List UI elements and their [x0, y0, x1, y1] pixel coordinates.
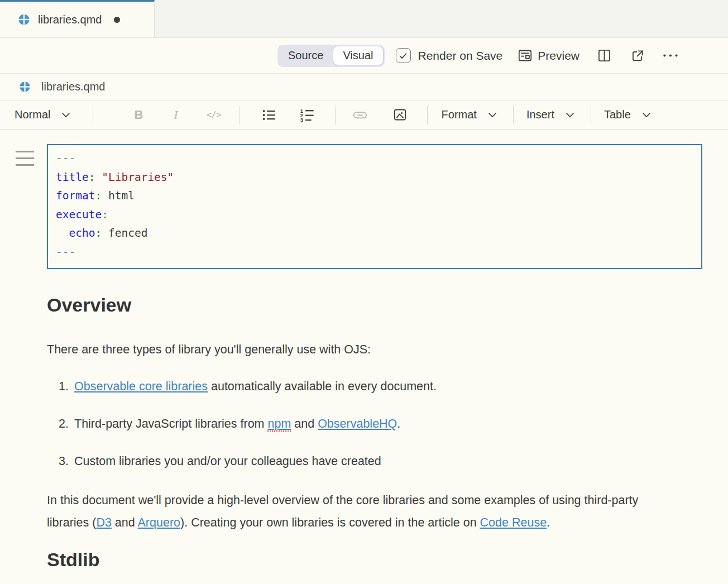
link-button[interactable] [345, 107, 375, 123]
chevron-down-icon [642, 112, 651, 118]
breadcrumb: libraries.qmd [0, 74, 728, 100]
toolbar-separator [335, 106, 336, 125]
list-item: 3.Custom libraries you and/or your colle… [59, 450, 702, 472]
list-marker: 1. [59, 375, 74, 398]
insert-menu[interactable]: Insert [524, 108, 577, 121]
visual-mode-button[interactable]: Visual [333, 46, 383, 65]
ellipsis-icon [663, 54, 678, 58]
yaml-code-line: --- [56, 243, 693, 262]
open-external-button[interactable] [630, 49, 645, 63]
format-menu-label: Format [442, 108, 477, 121]
body-link[interactable]: D3 [96, 516, 111, 529]
preview-icon [518, 48, 533, 63]
open-external-icon [630, 49, 645, 63]
yaml-code-line: title: "Libraries" [56, 168, 693, 187]
italic-button[interactable]: I [166, 108, 185, 122]
body-link[interactable]: Code Reuse [480, 516, 547, 529]
quarto-icon [18, 13, 30, 26]
body-link[interactable]: Arquero [138, 516, 181, 529]
block-drag-handle-icon[interactable] [16, 151, 34, 171]
yaml-code-line: --- [56, 149, 693, 168]
chevron-down-icon [488, 112, 497, 118]
render-on-save-label: Render on Save [418, 49, 503, 63]
list-marker: 2. [59, 413, 74, 435]
heading-overview: Overview [47, 294, 702, 316]
yaml-code-line: execute: [56, 205, 693, 224]
bullet-list-button[interactable] [254, 107, 284, 123]
editor-toolbar: Source Visual Render on Save Preview [0, 38, 728, 74]
source-mode-button[interactable]: Source [279, 46, 333, 65]
toolbar-separator [591, 106, 591, 125]
image-icon [392, 107, 408, 122]
link-icon [352, 107, 368, 123]
body-link[interactable]: Observable core libraries [74, 380, 208, 393]
toolbar-separator [427, 106, 428, 125]
list-item-text: Observable core libraries automatically … [74, 375, 437, 398]
insert-menu-label: Insert [526, 108, 554, 121]
intro-paragraph: There are three types of library you'll … [47, 338, 683, 361]
split-editor-button[interactable] [597, 48, 612, 63]
preview-label: Preview [538, 49, 579, 63]
tab-libraries-qmd[interactable]: libraries.qmd [0, 0, 155, 37]
svg-text:3: 3 [300, 117, 303, 123]
bold-button[interactable]: B [126, 108, 151, 122]
body-link[interactable]: ObservableHQ [318, 417, 397, 430]
chevron-down-icon [566, 112, 574, 118]
image-button[interactable] [385, 107, 415, 122]
yaml-front-matter-block[interactable]: ---title: "Libraries"format: htmlexecute… [47, 144, 702, 269]
list-item: 1.Observable core libraries automaticall… [59, 375, 702, 398]
list-item: 2.Third-party JavaScript libraries from … [59, 413, 702, 435]
bullet-list-icon [261, 107, 277, 123]
tab-title: libraries.qmd [38, 13, 102, 26]
render-on-save-checkbox[interactable] [396, 48, 411, 63]
more-actions-button[interactable] [663, 54, 678, 58]
format-toolbar: Normal B I </> 1 2 3 [0, 100, 728, 130]
paragraph-style-value: Normal [15, 108, 50, 121]
inline-code-button[interactable]: </> [201, 109, 227, 120]
editor-window: libraries.qmd Source Visual Render on Sa… [0, 0, 728, 584]
visual-editor-canvas[interactable]: ---title: "Libraries"format: htmlexecute… [0, 130, 728, 584]
preview-button[interactable]: Preview [518, 48, 579, 63]
list-item-text: Custom libraries you and/or your colleag… [74, 450, 381, 472]
table-menu-label: Table [604, 108, 631, 121]
breadcrumb-file[interactable]: libraries.qmd [41, 80, 105, 93]
body-link[interactable]: npm [267, 417, 291, 432]
yaml-code-line: format: html [56, 186, 693, 205]
heading-stdlib: Stdlib [47, 548, 702, 571]
checkmark-icon [398, 51, 408, 61]
ordered-list-icon: 1 2 3 [299, 107, 315, 123]
list-marker: 3. [59, 450, 74, 472]
chevron-down-icon [61, 112, 70, 118]
unsaved-changes-dot [114, 17, 120, 23]
closing-paragraph: In this document we'll provide a high-le… [47, 489, 683, 534]
ordered-list: 1.Observable core libraries automaticall… [47, 375, 702, 472]
toolbar-separator [93, 106, 93, 125]
quarto-icon [19, 81, 31, 93]
ordered-list-button[interactable]: 1 2 3 [292, 107, 322, 123]
yaml-code-line: echo: fenced [56, 224, 693, 243]
split-editor-icon [597, 48, 612, 63]
tab-strip: libraries.qmd [0, 0, 728, 38]
list-item-text: Third-party JavaScript libraries from np… [74, 413, 400, 435]
toolbar-separator [513, 106, 514, 125]
table-menu[interactable]: Table [602, 108, 653, 121]
paragraph-style-dropdown[interactable]: Normal [12, 108, 73, 121]
format-menu[interactable]: Format [439, 108, 499, 121]
mode-toggle: Source Visual [277, 45, 385, 67]
toolbar-separator [239, 106, 240, 125]
